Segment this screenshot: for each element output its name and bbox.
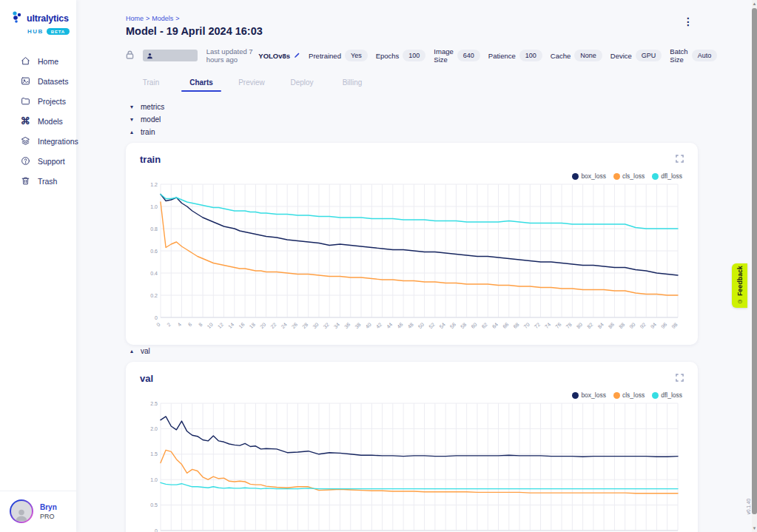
- sidebar-item-home[interactable]: Home: [0, 51, 76, 71]
- version-label: v0.1.40: [746, 499, 751, 514]
- legend-dot: [652, 392, 659, 399]
- param-label: Pretrained: [309, 52, 341, 60]
- user-name: Bryn: [40, 503, 57, 511]
- breadcrumb-link-home[interactable]: Home: [126, 15, 144, 22]
- fullscreen-icon[interactable]: [676, 371, 684, 385]
- avatar[interactable]: [10, 499, 33, 523]
- val-chart-card: val box_losscls_lossdfl_loss 02468101214…: [126, 362, 698, 532]
- collapse-triangle-icon: ▴: [130, 129, 136, 135]
- sidebar-item-models[interactable]: ⌘Models: [0, 111, 76, 131]
- sidebar-item-label: Home: [38, 57, 58, 66]
- fullscreen-icon[interactable]: [676, 152, 684, 166]
- svg-text:98: 98: [670, 322, 679, 330]
- svg-text:38: 38: [354, 322, 362, 330]
- tab-preview[interactable]: Preview: [226, 74, 277, 92]
- scroll-down-arrow-icon[interactable]: ▼: [752, 525, 757, 531]
- svg-text:50: 50: [417, 322, 425, 330]
- svg-text:40: 40: [365, 322, 373, 330]
- svg-text:72: 72: [534, 322, 542, 330]
- legend-item-dfl_loss[interactable]: dfl_loss: [652, 172, 682, 180]
- datasets-icon: [20, 76, 30, 87]
- svg-text:66: 66: [502, 322, 510, 330]
- tab-train[interactable]: Train: [126, 74, 176, 92]
- chart-legend: box_losscls_lossdfl_loss: [140, 391, 682, 399]
- kebab-menu-icon[interactable]: ⋮: [679, 15, 698, 28]
- sidebar-item-trash[interactable]: Trash: [0, 171, 76, 191]
- param-label: Image Size: [434, 47, 453, 64]
- svg-text:54: 54: [438, 322, 446, 330]
- legend-item-box_loss[interactable]: box_loss: [572, 391, 606, 399]
- scrollbar-thumb[interactable]: [752, 8, 757, 514]
- sidebar-nav: HomeDatasetsProjects⌘ModelsIntegrationsS…: [0, 51, 76, 191]
- ultralytics-logo-icon: [12, 10, 23, 26]
- svg-text:1.2: 1.2: [150, 182, 158, 187]
- page-title: Model - 19 April 2024 16:03: [126, 25, 263, 37]
- svg-text:74: 74: [544, 322, 552, 330]
- scroll-up-arrow-icon[interactable]: ▲: [752, 1, 757, 7]
- sidebar-item-support[interactable]: Support: [0, 151, 76, 171]
- section-toggle-metrics[interactable]: ▾metrics: [126, 101, 698, 113]
- svg-text:0: 0: [155, 322, 161, 328]
- svg-text:0.6: 0.6: [150, 249, 158, 254]
- collapse-triangle-icon: ▴: [130, 348, 136, 354]
- svg-text:2.0: 2.0: [150, 426, 158, 431]
- logo[interactable]: ultralytics HUB BETA: [0, 0, 76, 35]
- svg-text:0.2: 0.2: [150, 293, 158, 298]
- tab-charts[interactable]: Charts: [176, 74, 226, 92]
- tab-deploy[interactable]: Deploy: [277, 74, 327, 92]
- sidebar-item-integrations[interactable]: Integrations: [0, 131, 76, 151]
- svg-text:2.5: 2.5: [150, 401, 158, 406]
- page-scrollbar[interactable]: ▲ ▼: [752, 0, 757, 532]
- model-type: YOLOv8s: [258, 52, 290, 60]
- section-toggle-model[interactable]: ▾model: [126, 113, 698, 126]
- sidebar-footer: Bryn PRO: [0, 491, 76, 532]
- legend-dot: [613, 392, 620, 399]
- sidebar-item-label: Support: [38, 157, 65, 166]
- sidebar-item-datasets[interactable]: Datasets: [0, 71, 76, 91]
- breadcrumb-separator: >: [146, 15, 149, 22]
- param-value-badge: 100: [403, 50, 425, 61]
- svg-text:70: 70: [523, 322, 531, 330]
- model-tabs: TrainChartsPreviewDeployBilling: [126, 74, 698, 92]
- edit-icon[interactable]: [294, 52, 300, 60]
- svg-text:94: 94: [650, 322, 658, 330]
- svg-text:86: 86: [608, 322, 616, 330]
- val-loss-chart: 0246810121416182022242628303234363840424…: [140, 400, 682, 532]
- svg-text:58: 58: [460, 322, 468, 330]
- section-toggle-train[interactable]: ▴train: [126, 126, 698, 138]
- legend-item-cls_loss[interactable]: cls_loss: [613, 391, 645, 399]
- legend-item-box_loss[interactable]: box_loss: [572, 172, 606, 180]
- svg-text:0.5: 0.5: [150, 502, 158, 508]
- svg-text:88: 88: [618, 322, 626, 330]
- brand-name: ultralytics: [27, 13, 69, 24]
- sidebar-item-label: Integrations: [38, 137, 78, 146]
- svg-text:76: 76: [554, 322, 562, 330]
- breadcrumb-link-models[interactable]: Models: [152, 15, 173, 22]
- svg-text:84: 84: [596, 322, 605, 330]
- param-label: Patience: [488, 52, 516, 60]
- feedback-button[interactable]: ☺ Feedback: [732, 263, 747, 308]
- sidebar-item-projects[interactable]: Projects: [0, 91, 76, 111]
- chart-title-val: val: [140, 373, 153, 384]
- param-value-badge: None: [574, 50, 602, 61]
- section-toggle-val[interactable]: ▴val: [126, 345, 698, 357]
- sidebar-item-label: Models: [38, 117, 63, 126]
- svg-text:24: 24: [280, 322, 288, 330]
- sidebar: ultralytics HUB BETA HomeDatasetsProject…: [0, 0, 76, 532]
- home-icon: [20, 56, 30, 67]
- svg-text:52: 52: [428, 322, 436, 330]
- param-value-badge: 640: [457, 50, 480, 61]
- svg-text:8: 8: [198, 322, 203, 328]
- svg-text:1.5: 1.5: [150, 451, 158, 457]
- tab-billing[interactable]: Billing: [327, 74, 377, 92]
- svg-text:16: 16: [238, 322, 246, 330]
- sidebar-item-label: Trash: [38, 177, 57, 186]
- section-label: val: [141, 347, 150, 355]
- legend-item-dfl_loss[interactable]: dfl_loss: [652, 391, 682, 399]
- svg-text:96: 96: [660, 322, 668, 330]
- svg-text:20: 20: [259, 322, 267, 330]
- svg-text:2: 2: [166, 322, 172, 328]
- legend-label: box_loss: [581, 172, 606, 180]
- legend-item-cls_loss[interactable]: cls_loss: [613, 172, 645, 180]
- param-pretrained: PretrainedYes: [309, 50, 368, 61]
